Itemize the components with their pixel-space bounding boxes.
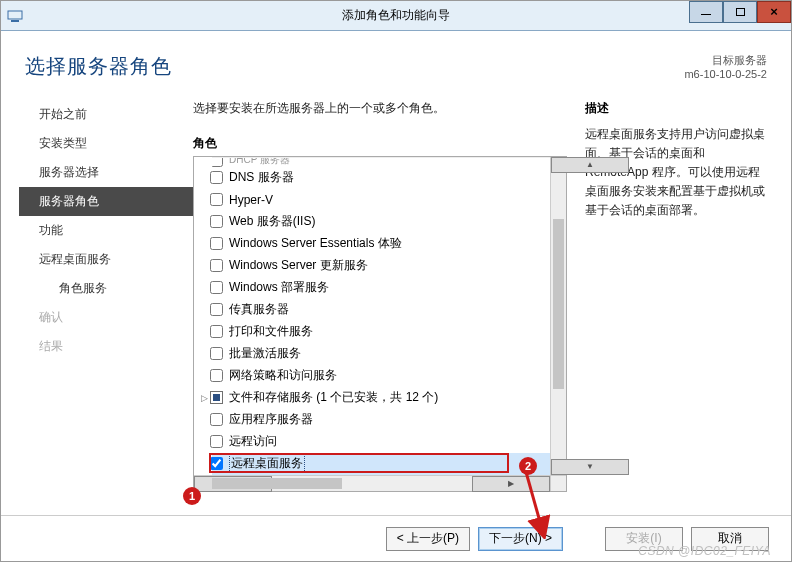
role-label: 打印和文件服务 <box>229 323 313 340</box>
role-checkbox[interactable] <box>210 435 223 448</box>
intro-text: 选择要安装在所选服务器上的一个或多个角色。 <box>193 100 567 117</box>
target-server-name: m6-10-10-0-25-2 <box>684 67 767 81</box>
role-row[interactable]: 远程访问 <box>212 431 550 453</box>
close-button[interactable]: × <box>757 1 791 23</box>
nav-item-2[interactable]: 服务器选择 <box>19 158 193 187</box>
wizard-nav: 开始之前安装类型服务器选择服务器角色功能远程桌面服务角色服务确认结果 <box>19 100 193 492</box>
role-checkbox[interactable] <box>210 347 223 360</box>
role-label: Windows 部署服务 <box>229 279 329 296</box>
role-label: 远程访问 <box>229 433 277 450</box>
role-label: 文件和存储服务 (1 个已安装，共 12 个) <box>229 389 438 406</box>
nav-item-7: 确认 <box>19 303 193 332</box>
role-label: 传真服务器 <box>229 301 289 318</box>
description-label: 描述 <box>585 100 767 117</box>
role-checkbox[interactable] <box>210 457 223 470</box>
role-checkbox[interactable] <box>210 171 223 184</box>
role-label: 批量激活服务 <box>229 345 301 362</box>
role-row[interactable]: Hyper-V <box>212 189 550 211</box>
role-row[interactable]: 打印和文件服务 <box>212 321 550 343</box>
target-server-meta: 目标服务器 m6-10-10-0-25-2 <box>684 53 767 82</box>
tree-expander-icon[interactable]: ▷ <box>198 393 210 403</box>
role-row[interactable]: 网络策略和访问服务 <box>212 365 550 387</box>
role-label: Windows Server Essentials 体验 <box>229 235 402 252</box>
role-row[interactable]: DHCP 服务器 <box>212 157 550 167</box>
svg-line-2 <box>526 472 542 529</box>
role-checkbox[interactable] <box>210 237 223 250</box>
watermark: CSDN @IDC02_FEIYA <box>638 544 771 558</box>
role-checkbox[interactable] <box>210 413 223 426</box>
annotation-arrow <box>516 469 556 539</box>
nav-item-5[interactable]: 远程桌面服务 <box>19 245 193 274</box>
role-label: 网络策略和访问服务 <box>229 367 337 384</box>
role-checkbox[interactable] <box>210 259 223 272</box>
title-bar: 添加角色和功能向导 × <box>1 1 791 31</box>
role-checkbox-mixed[interactable] <box>210 391 223 404</box>
annotation-badge-1: 1 <box>183 487 201 505</box>
target-server-label: 目标服务器 <box>684 53 767 67</box>
roles-listbox[interactable]: DHCP 服务器DNS 服务器Hyper-VWeb 服务器(IIS)Window… <box>193 156 567 492</box>
minimize-button[interactable] <box>689 1 723 23</box>
role-row[interactable]: Windows Server 更新服务 <box>212 255 550 277</box>
scroll-thumb-horizontal[interactable] <box>212 478 342 489</box>
role-row[interactable]: 传真服务器 <box>212 299 550 321</box>
role-checkbox[interactable] <box>210 325 223 338</box>
prev-button[interactable]: < 上一步(P) <box>386 527 470 551</box>
roles-label: 角色 <box>193 135 567 152</box>
role-label: Hyper-V <box>229 193 273 207</box>
scroll-down-button[interactable]: ▼ <box>551 459 629 475</box>
window-title: 添加角色和功能向导 <box>1 7 791 24</box>
role-checkbox[interactable] <box>210 215 223 228</box>
role-row[interactable]: DNS 服务器 <box>212 167 550 189</box>
role-checkbox[interactable] <box>210 369 223 382</box>
scroll-thumb-vertical[interactable] <box>553 219 564 389</box>
page-title: 选择服务器角色 <box>25 53 172 80</box>
annotation-badge-2: 2 <box>519 457 537 475</box>
role-row[interactable]: 远程桌面服务 <box>212 453 550 475</box>
role-label: DHCP 服务器 <box>229 157 290 167</box>
role-row[interactable]: Windows Server Essentials 体验 <box>212 233 550 255</box>
role-row[interactable]: 应用程序服务器 <box>212 409 550 431</box>
horizontal-scrollbar[interactable]: ◀ ▶ <box>194 475 550 491</box>
role-label: Windows Server 更新服务 <box>229 257 368 274</box>
role-checkbox[interactable] <box>210 281 223 294</box>
role-checkbox[interactable] <box>210 193 223 206</box>
nav-item-3[interactable]: 服务器角色 <box>19 187 193 216</box>
role-row[interactable]: Web 服务器(IIS) <box>212 211 550 233</box>
role-label: 远程桌面服务 <box>229 454 305 473</box>
role-row[interactable]: ▷文件和存储服务 (1 个已安装，共 12 个) <box>212 387 550 409</box>
role-checkbox[interactable] <box>212 157 223 167</box>
nav-item-6[interactable]: 角色服务 <box>19 274 193 303</box>
role-label: DNS 服务器 <box>229 169 294 186</box>
nav-item-0[interactable]: 开始之前 <box>19 100 193 129</box>
role-checkbox[interactable] <box>210 303 223 316</box>
role-label: 应用程序服务器 <box>229 411 313 428</box>
scroll-up-button[interactable]: ▲ <box>551 157 629 173</box>
role-row[interactable]: 批量激活服务 <box>212 343 550 365</box>
role-row[interactable]: Windows 部署服务 <box>212 277 550 299</box>
nav-item-4[interactable]: 功能 <box>19 216 193 245</box>
maximize-button[interactable] <box>723 1 757 23</box>
nav-item-8: 结果 <box>19 332 193 361</box>
role-label: Web 服务器(IIS) <box>229 213 315 230</box>
nav-item-1[interactable]: 安装类型 <box>19 129 193 158</box>
vertical-scrollbar[interactable]: ▲ ▼ <box>550 157 566 475</box>
